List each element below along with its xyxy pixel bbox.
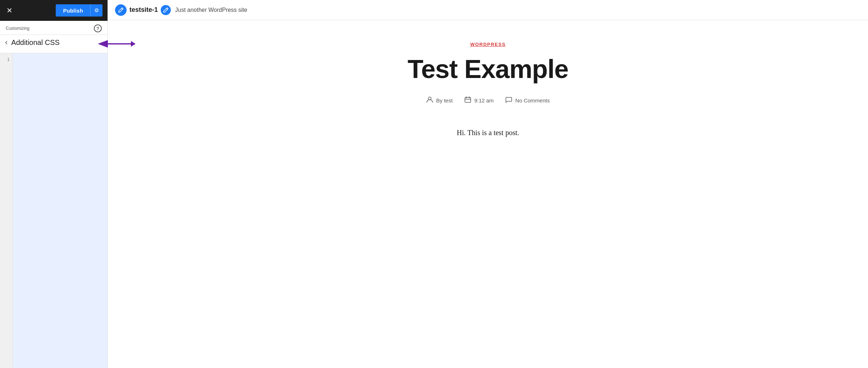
svg-rect-3 xyxy=(465,97,471,102)
chat-icon xyxy=(505,96,512,103)
sidebar-topbar: ✕ Publish ⚙ xyxy=(0,0,108,21)
section-title-row: ‹ Additional CSS xyxy=(0,35,108,53)
author-label: By test xyxy=(436,97,453,104)
customizing-label: Customizing xyxy=(6,26,29,31)
customizing-header: Customizing ? xyxy=(0,21,108,35)
css-textarea[interactable] xyxy=(13,53,108,368)
comments-icon xyxy=(505,96,512,105)
comments-label: No Comments xyxy=(515,97,550,104)
site-name: testsite-1 xyxy=(129,6,158,14)
user-icon xyxy=(426,96,433,103)
close-button[interactable]: ✕ xyxy=(5,5,14,15)
back-button[interactable]: ‹ xyxy=(3,36,10,49)
help-button[interactable]: ? xyxy=(94,24,102,32)
edit-site-icon[interactable] xyxy=(161,5,171,15)
css-editor: 1 xyxy=(0,53,108,368)
meta-author: By test xyxy=(426,96,453,105)
meta-comments: No Comments xyxy=(505,96,550,105)
post-meta: By test 9:12 am xyxy=(408,96,568,105)
pencil-icon-edit xyxy=(163,7,169,13)
post-content: WORDPRESS Test Example By test xyxy=(393,42,583,139)
section-title: Additional CSS xyxy=(11,38,60,47)
gear-button[interactable]: ⚙ xyxy=(90,4,102,17)
publish-button[interactable]: Publish xyxy=(56,4,90,17)
time-label: 9:12 am xyxy=(474,97,494,104)
pencil-icon-site xyxy=(118,7,124,13)
preview-topbar: testsite-1 Just another WordPress site xyxy=(108,0,868,20)
line-numbers: 1 xyxy=(0,53,13,368)
line-number-1: 1 xyxy=(7,57,10,62)
calendar-icon xyxy=(464,96,471,103)
site-tagline: Just another WordPress site xyxy=(175,7,247,13)
author-icon xyxy=(426,96,433,105)
meta-time: 9:12 am xyxy=(464,96,494,105)
sidebar: ✕ Publish ⚙ Customizing ? ‹ Additional C… xyxy=(0,0,108,368)
post-body: Hi. This is a test post. xyxy=(408,126,568,139)
preview-area: testsite-1 Just another WordPress site W… xyxy=(108,0,868,368)
post-title: Test Example xyxy=(408,56,568,83)
publish-group: Publish ⚙ xyxy=(56,4,102,17)
site-icon xyxy=(115,4,127,16)
post-category: WORDPRESS xyxy=(408,42,568,47)
clock-icon xyxy=(464,96,471,105)
